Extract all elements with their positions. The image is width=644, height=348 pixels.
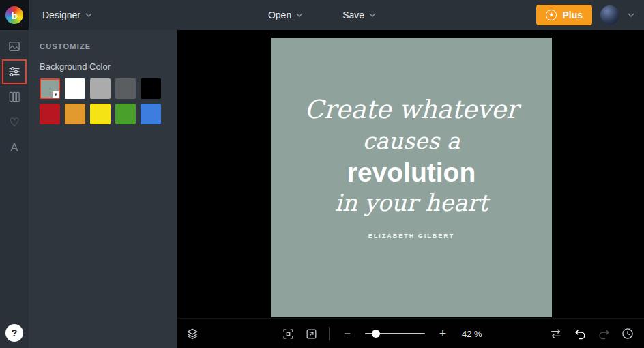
save-menu-label: Save bbox=[342, 10, 364, 20]
quote-line-2: causes a bbox=[271, 128, 552, 158]
avatar[interactable] bbox=[600, 5, 619, 25]
toolbar-divider bbox=[329, 327, 330, 340]
heart-icon: ♡ bbox=[9, 117, 19, 128]
open-menu[interactable]: Open bbox=[263, 5, 308, 25]
zoom-slider-knob[interactable] bbox=[372, 330, 380, 338]
open-preview-icon bbox=[305, 328, 318, 340]
sliders-icon bbox=[8, 65, 21, 78]
swap-arrows-icon bbox=[549, 327, 563, 340]
chevron-down-icon[interactable] bbox=[628, 13, 634, 17]
save-menu[interactable]: Save bbox=[337, 5, 381, 25]
zoom-in-button[interactable]: + bbox=[433, 324, 452, 343]
plus-button[interactable]: ★ Plus bbox=[536, 5, 592, 25]
open-menu-label: Open bbox=[268, 10, 291, 20]
bottom-toolbar: − + 42 % bbox=[177, 318, 644, 348]
switch-template-button[interactable] bbox=[546, 324, 566, 343]
sidebar-item-text[interactable]: A bbox=[0, 138, 29, 157]
swatch-crimson[interactable] bbox=[40, 104, 60, 124]
tool-sidebar: ♡ A ? bbox=[0, 30, 29, 348]
topbar-right: ★ Plus bbox=[536, 0, 634, 30]
chevron-down-icon bbox=[369, 13, 376, 17]
undo-icon bbox=[574, 328, 587, 340]
help-button[interactable]: ? bbox=[5, 324, 23, 342]
history-button[interactable] bbox=[618, 324, 637, 343]
swatch-green[interactable] bbox=[115, 104, 136, 124]
fit-to-screen-icon bbox=[282, 328, 295, 340]
layers-icon bbox=[186, 327, 199, 340]
sidebar-item-layouts[interactable] bbox=[0, 87, 29, 106]
image-icon bbox=[8, 40, 21, 53]
history-controls bbox=[546, 324, 637, 343]
sidebar-item-graphics[interactable]: ♡ bbox=[0, 113, 29, 132]
swatch-caret-icon[interactable]: ▾ bbox=[52, 91, 59, 98]
redo-button[interactable] bbox=[594, 324, 613, 343]
actual-size-button[interactable] bbox=[302, 324, 321, 343]
panel-header: CUSTOMIZE bbox=[29, 30, 177, 61]
swatch-blue[interactable] bbox=[141, 104, 161, 124]
app-window: b Designer Open Save ★ Plus bbox=[0, 0, 644, 348]
design-artboard[interactable]: Create whatever causes a revolution in y… bbox=[271, 38, 552, 317]
history-clock-icon bbox=[621, 327, 634, 340]
chevron-down-icon bbox=[85, 13, 92, 17]
swatch-dark-gray[interactable] bbox=[115, 78, 136, 99]
zoom-controls: − + 42 % bbox=[278, 324, 482, 343]
brand-icon: b bbox=[5, 6, 23, 24]
quote-line-3: revolution bbox=[271, 158, 552, 189]
swatch-yellow[interactable] bbox=[90, 104, 111, 124]
plus-button-label: Plus bbox=[562, 10, 583, 20]
designer-menu[interactable]: Designer bbox=[37, 5, 98, 25]
swatch-white[interactable] bbox=[65, 78, 85, 99]
quote-line-1: Create whatever bbox=[271, 95, 552, 128]
chevron-down-icon bbox=[296, 13, 303, 17]
star-icon: ★ bbox=[546, 10, 557, 20]
zoom-slider[interactable] bbox=[365, 324, 425, 343]
text-icon: A bbox=[10, 142, 18, 154]
background-color-label: Background Color bbox=[29, 61, 177, 72]
layers-button[interactable] bbox=[183, 324, 202, 343]
quote-line-4: in your heart bbox=[271, 189, 552, 219]
swatch-sage-green[interactable]: ▾ bbox=[40, 78, 60, 99]
swatch-amber[interactable] bbox=[65, 104, 85, 124]
quote-attribution: ELIZABETH GILBERT bbox=[271, 233, 552, 240]
zoom-percentage: 42 % bbox=[462, 329, 482, 339]
befunky-logo[interactable]: b bbox=[0, 0, 29, 30]
swatch-black[interactable] bbox=[141, 78, 161, 99]
columns-icon bbox=[8, 90, 21, 104]
redo-icon bbox=[598, 328, 611, 340]
undo-button[interactable] bbox=[570, 324, 589, 343]
swatch-grid: ▾ bbox=[29, 78, 177, 124]
swatch-light-gray[interactable] bbox=[90, 78, 111, 99]
customize-panel: CUSTOMIZE Background Color ▾ bbox=[29, 30, 177, 348]
topbar: b Designer Open Save ★ Plus bbox=[0, 0, 644, 30]
canvas-area: Create whatever causes a revolution in y… bbox=[177, 30, 644, 348]
brand-letter: b bbox=[11, 10, 17, 21]
designer-menu-label: Designer bbox=[42, 10, 80, 20]
topbar-center: Open Save bbox=[263, 0, 381, 30]
sidebar-item-image[interactable] bbox=[0, 37, 29, 56]
zoom-out-button[interactable]: − bbox=[338, 324, 357, 343]
sidebar-item-customize[interactable] bbox=[0, 62, 29, 81]
fit-to-screen-button[interactable] bbox=[278, 324, 297, 343]
